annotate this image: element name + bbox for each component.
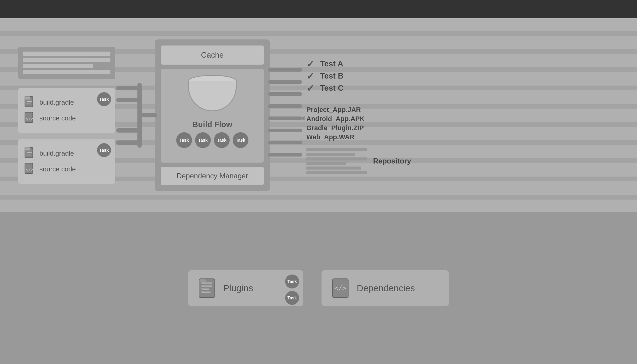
svg-text:</>: </> (334, 284, 346, 292)
task-circle-3: Task (214, 132, 230, 148)
right-connector-svg (270, 39, 306, 191)
cache-box: Cache (161, 46, 264, 65)
build-flow-label: Build Flow (192, 120, 232, 129)
main-area: Task build.gradle (0, 18, 637, 364)
plugins-label: Plugins (223, 283, 253, 293)
left-column: Task build.gradle (18, 47, 115, 184)
upper-section: Task build.gradle (0, 18, 637, 212)
plugins-task-badge-1: Task (285, 275, 299, 288)
repo-lines (306, 148, 367, 174)
project-box-2: Task build.gradle (18, 139, 115, 184)
repo-line (306, 167, 361, 170)
dependencies-label: Dependencies (357, 283, 415, 293)
checkmark-a: ✓ (306, 59, 315, 69)
repository-label: Repository (373, 157, 411, 165)
task-circle-1: Task (176, 132, 192, 148)
output-files: Project_App.JAR Android_App.APK Gradle_P… (306, 106, 410, 141)
build-gradle-label-1: build.gradle (39, 99, 74, 106)
test-item-c: ✓ Test C (306, 83, 410, 93)
source-code-label-1: source code (39, 114, 76, 122)
test-item-b: ✓ Test B (306, 71, 410, 81)
svg-rect-1 (25, 96, 30, 99)
task-circle-2: Task (195, 132, 211, 148)
project-row-build-gradle-2: build.gradle (24, 147, 109, 160)
diagram-content: Task build.gradle (0, 18, 637, 212)
top-bar (0, 0, 637, 18)
test-b-label: Test B (320, 71, 344, 81)
output-war: Web_App.WAR (306, 133, 410, 141)
build-gradle-label-2: build.gradle (39, 150, 74, 157)
repo-line (306, 148, 367, 151)
test-c-label: Test C (320, 83, 344, 93)
build-flow-container: Build Flow Task Task Task Task (161, 69, 264, 163)
right-connectors (270, 39, 306, 191)
settings-line (23, 64, 93, 68)
project-row-source-code-2: </> source code (24, 163, 109, 176)
dependencies-box: </> Dependencies (322, 270, 449, 306)
settings-line (23, 70, 110, 74)
output-jar: Project_App.JAR (306, 106, 410, 114)
repo-line (306, 153, 355, 156)
project-row-source-code-1: </> source code (24, 112, 109, 125)
cylinder (188, 75, 237, 114)
svg-text:☑: ☑ (201, 291, 204, 294)
tests-section: ✓ Test A ✓ Test B ✓ Test C (306, 57, 410, 96)
task-badge-2: Task (97, 143, 111, 157)
test-item-a: ✓ Test A (306, 59, 410, 69)
source-code-label-2: source code (39, 165, 76, 173)
plugins-box: ☑ ☑ ☐ ☑ Plugins Task Task (188, 270, 303, 306)
bottom-section: ☑ ☑ ☐ ☑ Plugins Task Task </> Dependenci… (0, 212, 637, 364)
code-icon-2: </> (24, 163, 35, 176)
repo-line (306, 171, 367, 174)
task-row: Task Task Task Task (176, 132, 248, 148)
svg-rect-8 (25, 147, 30, 150)
code-icon-1: </> (24, 112, 35, 125)
right-column: ✓ Test A ✓ Test B ✓ Test C Project_App.J… (306, 57, 410, 174)
settings-line (23, 58, 110, 62)
project-box-1: Task build.gradle (18, 88, 115, 133)
task-badge-1: Task (97, 92, 111, 106)
checkmark-b: ✓ (306, 71, 315, 81)
dependencies-icon: </> (331, 278, 349, 299)
repository-section: Repository (306, 148, 410, 174)
settings-line (23, 52, 110, 56)
plugins-badge-stack: Task Task (285, 275, 299, 305)
dependency-manager-box: Dependency Manager (161, 167, 264, 185)
repo-line (306, 162, 346, 165)
gradle-block: Cache Build Flow Task Task Task Task (155, 39, 270, 191)
repo-line (306, 157, 367, 160)
output-zip: Gradle_Plugin.ZIP (306, 124, 410, 132)
svg-text:</>: </> (26, 116, 33, 121)
output-apk: Android_App.APK (306, 115, 410, 123)
test-a-label: Test A (320, 59, 343, 69)
left-connectors (115, 39, 155, 191)
checkmark-c: ✓ (306, 83, 315, 93)
connector-svg (115, 39, 155, 191)
plugins-icon: ☑ ☑ ☐ ☑ (198, 278, 216, 299)
settings-box (18, 47, 115, 79)
doc-icon-2 (24, 147, 35, 160)
task-circle-4: Task (233, 132, 248, 148)
plugins-task-badge-2: Task (285, 291, 299, 305)
cylinder-body (188, 81, 237, 111)
doc-icon-1 (24, 96, 35, 109)
svg-text:</>: </> (26, 167, 33, 172)
project-row-build-gradle-1: build.gradle (24, 96, 109, 109)
